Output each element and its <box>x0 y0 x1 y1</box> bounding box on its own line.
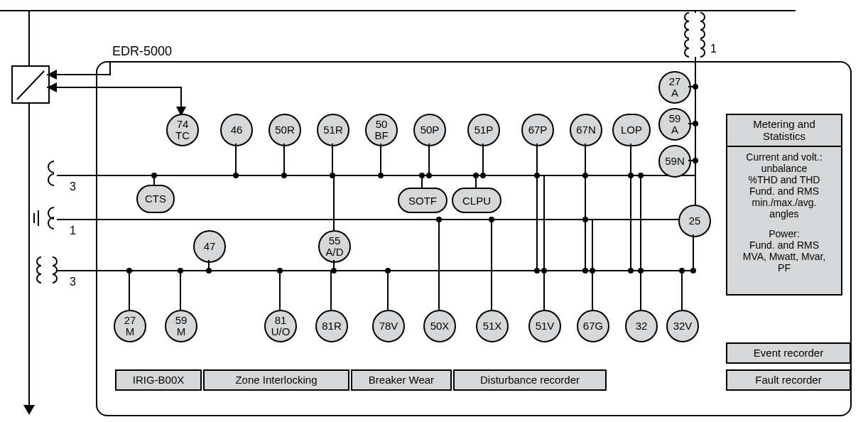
dot <box>534 268 540 274</box>
fn-cts: CTS <box>136 185 175 213</box>
dot <box>419 173 425 178</box>
breaker-symbol <box>11 65 50 104</box>
btn-event-recorder: Event recorder <box>726 342 851 364</box>
panel-metering: Metering and Statistics Current and volt… <box>726 114 842 296</box>
svg-line-1 <box>17 71 44 99</box>
stem-46 <box>235 144 237 175</box>
transformer-icon <box>680 11 709 61</box>
dot <box>489 217 494 222</box>
arrow-left-icon <box>47 82 57 92</box>
panel-body1: Current and volt.: unbalance %THD and TH… <box>743 147 825 224</box>
dot <box>436 217 442 222</box>
fn-50p: 50P <box>413 114 446 146</box>
dot <box>638 173 644 178</box>
fn-67p: 67P <box>521 114 554 146</box>
dot <box>693 158 698 163</box>
fn-51v: 51V <box>528 310 561 342</box>
dot <box>628 173 634 178</box>
fn-lop: LOP <box>612 114 651 146</box>
stem-27m <box>129 270 130 310</box>
fn-32v: 32V <box>666 310 699 342</box>
dot <box>582 268 588 274</box>
svg-marker-2 <box>47 70 57 80</box>
btn-irig: IRIG-B00X <box>115 369 202 391</box>
fn-59m: 59 M <box>165 310 197 342</box>
dot <box>480 173 486 178</box>
dot <box>378 173 384 178</box>
fn-78v: 78V <box>372 310 405 342</box>
btn-fault-recorder: Fault recorder <box>726 369 851 391</box>
arrow-down-icon <box>23 405 35 415</box>
fn-55ad: 55 A/D <box>318 230 351 263</box>
stem-78v <box>387 270 389 310</box>
stem-67p <box>536 144 538 270</box>
stem-32v <box>681 270 683 310</box>
fn-32: 32 <box>625 310 658 342</box>
pt-count: 1 <box>710 43 717 55</box>
fn-74tc: 74 TC <box>166 114 199 146</box>
btn-breaker-wear: Breaker Wear <box>351 369 452 391</box>
pt-stub <box>695 10 696 13</box>
fn-67g: 67G <box>577 310 609 342</box>
dot <box>628 268 634 274</box>
fn-50r: 50R <box>268 114 301 146</box>
ct-gnd-icon <box>33 206 58 232</box>
bus-current-2 <box>57 219 696 220</box>
stem-51p <box>482 144 484 175</box>
fn-27a: 27 A <box>658 71 691 104</box>
dot <box>679 268 685 274</box>
panel-head: Metering and Statistics <box>726 115 842 147</box>
diagram-canvas: EDR-5000 1 3 1 3 74 TC 46 50R <box>0 0 868 422</box>
fn-81r: 81R <box>315 310 348 342</box>
fn-sotf: SOTF <box>398 188 447 213</box>
dot <box>541 268 547 274</box>
bus-voltage <box>57 270 696 271</box>
fn-25: 25 <box>678 205 711 237</box>
stem-51r <box>332 144 333 175</box>
fn-clpu: CLPU <box>452 188 501 213</box>
fn-51p: 51P <box>467 114 500 146</box>
dot <box>693 121 698 126</box>
right-voltage-bus <box>695 57 696 220</box>
btn-zone-interlocking: Zone Interlocking <box>203 369 349 391</box>
stem-25-down <box>693 234 694 270</box>
stem-55-up <box>333 175 335 230</box>
stem-50p <box>428 144 430 175</box>
ct1-count: 3 <box>70 180 76 193</box>
dot <box>534 173 540 178</box>
dot <box>690 268 696 274</box>
dot <box>233 173 239 178</box>
dot <box>151 173 157 178</box>
ct-icon <box>36 160 57 188</box>
dot <box>178 268 183 274</box>
arrow-left-icon <box>47 70 57 80</box>
fn-59n: 59N <box>658 145 691 178</box>
btn-disturbance-recorder: Disturbance recorder <box>453 369 607 391</box>
vt-count: 3 <box>70 276 76 288</box>
fn-47: 47 <box>193 230 226 263</box>
stem-lop <box>630 144 631 270</box>
stem-59m <box>180 270 181 310</box>
dot <box>206 268 212 274</box>
fn-27m: 27 M <box>114 310 146 342</box>
dot <box>385 268 391 274</box>
dot <box>281 173 287 178</box>
dot <box>582 217 588 222</box>
dot <box>638 268 644 274</box>
dot <box>331 268 337 274</box>
ct2-count: 1 <box>70 224 76 237</box>
fn-51x: 51X <box>476 310 509 342</box>
stem-50x <box>438 219 440 310</box>
dot <box>126 268 132 274</box>
dot <box>590 268 595 274</box>
dot <box>473 173 479 178</box>
dot <box>693 84 698 90</box>
fn-51r: 51R <box>317 114 349 146</box>
stem-81r <box>330 270 332 310</box>
stem-67g <box>592 219 593 310</box>
panel-body2: Power: Fund. and RMS MVA, Mwatt, Mvar, P… <box>740 224 828 278</box>
stem-50bf <box>380 144 381 175</box>
stem-51x <box>491 219 492 310</box>
fn-81uo: 81 U/O <box>264 310 297 342</box>
svg-marker-0 <box>23 405 35 415</box>
